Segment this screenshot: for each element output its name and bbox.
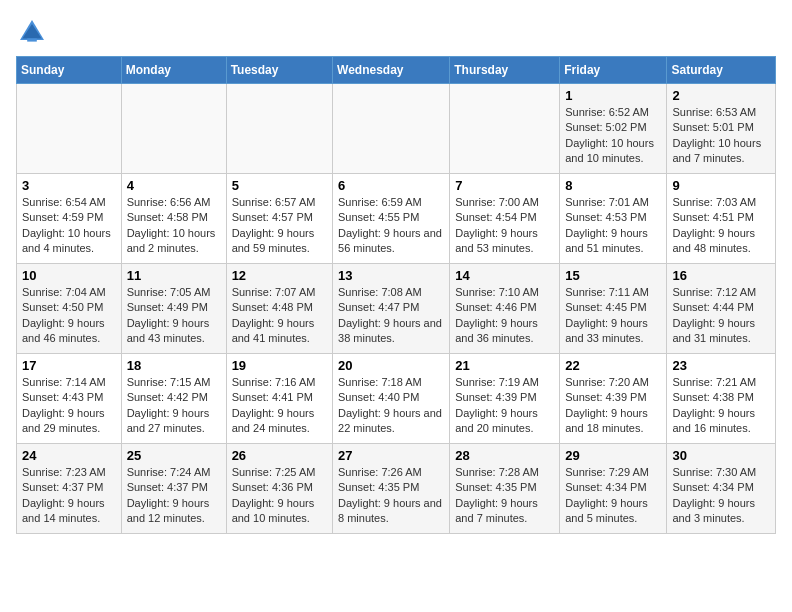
day-info: Sunrise: 7:11 AMSunset: 4:45 PMDaylight:… — [565, 285, 661, 347]
day-number: 14 — [455, 268, 554, 283]
day-info: Sunrise: 7:26 AMSunset: 4:35 PMDaylight:… — [338, 465, 444, 527]
day-info: Sunrise: 6:52 AMSunset: 5:02 PMDaylight:… — [565, 105, 661, 167]
calendar-cell: 19Sunrise: 7:16 AMSunset: 4:41 PMDayligh… — [226, 354, 332, 444]
column-header-sunday: Sunday — [17, 57, 122, 84]
calendar-cell — [121, 84, 226, 174]
calendar-cell: 17Sunrise: 7:14 AMSunset: 4:43 PMDayligh… — [17, 354, 122, 444]
day-number: 15 — [565, 268, 661, 283]
calendar-week-3: 10Sunrise: 7:04 AMSunset: 4:50 PMDayligh… — [17, 264, 776, 354]
calendar-week-5: 24Sunrise: 7:23 AMSunset: 4:37 PMDayligh… — [17, 444, 776, 534]
calendar-cell: 5Sunrise: 6:57 AMSunset: 4:57 PMDaylight… — [226, 174, 332, 264]
calendar-cell: 10Sunrise: 7:04 AMSunset: 4:50 PMDayligh… — [17, 264, 122, 354]
day-number: 17 — [22, 358, 116, 373]
day-number: 27 — [338, 448, 444, 463]
day-info: Sunrise: 7:12 AMSunset: 4:44 PMDaylight:… — [672, 285, 770, 347]
calendar-cell: 27Sunrise: 7:26 AMSunset: 4:35 PMDayligh… — [333, 444, 450, 534]
calendar-cell: 4Sunrise: 6:56 AMSunset: 4:58 PMDaylight… — [121, 174, 226, 264]
day-number: 24 — [22, 448, 116, 463]
day-number: 13 — [338, 268, 444, 283]
day-number: 12 — [232, 268, 327, 283]
calendar-cell: 1Sunrise: 6:52 AMSunset: 5:02 PMDaylight… — [560, 84, 667, 174]
column-header-monday: Monday — [121, 57, 226, 84]
calendar-cell: 6Sunrise: 6:59 AMSunset: 4:55 PMDaylight… — [333, 174, 450, 264]
day-info: Sunrise: 7:05 AMSunset: 4:49 PMDaylight:… — [127, 285, 221, 347]
day-info: Sunrise: 7:16 AMSunset: 4:41 PMDaylight:… — [232, 375, 327, 437]
day-info: Sunrise: 7:29 AMSunset: 4:34 PMDaylight:… — [565, 465, 661, 527]
day-number: 10 — [22, 268, 116, 283]
page-header — [16, 16, 776, 48]
calendar-cell: 16Sunrise: 7:12 AMSunset: 4:44 PMDayligh… — [667, 264, 776, 354]
calendar-cell: 3Sunrise: 6:54 AMSunset: 4:59 PMDaylight… — [17, 174, 122, 264]
day-number: 9 — [672, 178, 770, 193]
calendar-cell: 7Sunrise: 7:00 AMSunset: 4:54 PMDaylight… — [450, 174, 560, 264]
calendar-cell: 13Sunrise: 7:08 AMSunset: 4:47 PMDayligh… — [333, 264, 450, 354]
calendar-week-2: 3Sunrise: 6:54 AMSunset: 4:59 PMDaylight… — [17, 174, 776, 264]
column-header-thursday: Thursday — [450, 57, 560, 84]
calendar-cell: 8Sunrise: 7:01 AMSunset: 4:53 PMDaylight… — [560, 174, 667, 264]
day-number: 5 — [232, 178, 327, 193]
day-number: 2 — [672, 88, 770, 103]
day-number: 16 — [672, 268, 770, 283]
day-info: Sunrise: 7:08 AMSunset: 4:47 PMDaylight:… — [338, 285, 444, 347]
calendar-cell: 9Sunrise: 7:03 AMSunset: 4:51 PMDaylight… — [667, 174, 776, 264]
day-info: Sunrise: 7:00 AMSunset: 4:54 PMDaylight:… — [455, 195, 554, 257]
day-number: 8 — [565, 178, 661, 193]
day-info: Sunrise: 7:01 AMSunset: 4:53 PMDaylight:… — [565, 195, 661, 257]
day-info: Sunrise: 7:23 AMSunset: 4:37 PMDaylight:… — [22, 465, 116, 527]
calendar-cell: 14Sunrise: 7:10 AMSunset: 4:46 PMDayligh… — [450, 264, 560, 354]
calendar-cell: 2Sunrise: 6:53 AMSunset: 5:01 PMDaylight… — [667, 84, 776, 174]
day-info: Sunrise: 7:28 AMSunset: 4:35 PMDaylight:… — [455, 465, 554, 527]
day-info: Sunrise: 7:03 AMSunset: 4:51 PMDaylight:… — [672, 195, 770, 257]
calendar-cell: 11Sunrise: 7:05 AMSunset: 4:49 PMDayligh… — [121, 264, 226, 354]
calendar-week-1: 1Sunrise: 6:52 AMSunset: 5:02 PMDaylight… — [17, 84, 776, 174]
day-number: 26 — [232, 448, 327, 463]
day-info: Sunrise: 7:21 AMSunset: 4:38 PMDaylight:… — [672, 375, 770, 437]
day-number: 7 — [455, 178, 554, 193]
calendar-cell: 26Sunrise: 7:25 AMSunset: 4:36 PMDayligh… — [226, 444, 332, 534]
day-number: 20 — [338, 358, 444, 373]
calendar-cell — [333, 84, 450, 174]
day-number: 30 — [672, 448, 770, 463]
day-number: 21 — [455, 358, 554, 373]
day-number: 28 — [455, 448, 554, 463]
logo — [16, 16, 52, 48]
day-info: Sunrise: 7:14 AMSunset: 4:43 PMDaylight:… — [22, 375, 116, 437]
day-info: Sunrise: 7:30 AMSunset: 4:34 PMDaylight:… — [672, 465, 770, 527]
calendar-cell: 22Sunrise: 7:20 AMSunset: 4:39 PMDayligh… — [560, 354, 667, 444]
calendar-cell: 20Sunrise: 7:18 AMSunset: 4:40 PMDayligh… — [333, 354, 450, 444]
day-number: 11 — [127, 268, 221, 283]
day-number: 22 — [565, 358, 661, 373]
column-header-saturday: Saturday — [667, 57, 776, 84]
calendar-cell: 21Sunrise: 7:19 AMSunset: 4:39 PMDayligh… — [450, 354, 560, 444]
svg-rect-2 — [27, 38, 37, 41]
day-info: Sunrise: 6:57 AMSunset: 4:57 PMDaylight:… — [232, 195, 327, 257]
calendar-cell: 23Sunrise: 7:21 AMSunset: 4:38 PMDayligh… — [667, 354, 776, 444]
calendar-cell: 24Sunrise: 7:23 AMSunset: 4:37 PMDayligh… — [17, 444, 122, 534]
day-number: 6 — [338, 178, 444, 193]
column-header-tuesday: Tuesday — [226, 57, 332, 84]
day-info: Sunrise: 6:53 AMSunset: 5:01 PMDaylight:… — [672, 105, 770, 167]
calendar-cell: 18Sunrise: 7:15 AMSunset: 4:42 PMDayligh… — [121, 354, 226, 444]
calendar-cell: 25Sunrise: 7:24 AMSunset: 4:37 PMDayligh… — [121, 444, 226, 534]
calendar-cell — [17, 84, 122, 174]
calendar-table: SundayMondayTuesdayWednesdayThursdayFrid… — [16, 56, 776, 534]
day-info: Sunrise: 7:10 AMSunset: 4:46 PMDaylight:… — [455, 285, 554, 347]
day-info: Sunrise: 7:20 AMSunset: 4:39 PMDaylight:… — [565, 375, 661, 437]
day-info: Sunrise: 6:59 AMSunset: 4:55 PMDaylight:… — [338, 195, 444, 257]
day-info: Sunrise: 6:56 AMSunset: 4:58 PMDaylight:… — [127, 195, 221, 257]
day-info: Sunrise: 7:25 AMSunset: 4:36 PMDaylight:… — [232, 465, 327, 527]
calendar-cell: 15Sunrise: 7:11 AMSunset: 4:45 PMDayligh… — [560, 264, 667, 354]
day-info: Sunrise: 7:24 AMSunset: 4:37 PMDaylight:… — [127, 465, 221, 527]
calendar-cell — [226, 84, 332, 174]
calendar-cell: 28Sunrise: 7:28 AMSunset: 4:35 PMDayligh… — [450, 444, 560, 534]
column-header-friday: Friday — [560, 57, 667, 84]
day-number: 18 — [127, 358, 221, 373]
column-header-wednesday: Wednesday — [333, 57, 450, 84]
day-info: Sunrise: 7:04 AMSunset: 4:50 PMDaylight:… — [22, 285, 116, 347]
day-number: 19 — [232, 358, 327, 373]
day-info: Sunrise: 7:19 AMSunset: 4:39 PMDaylight:… — [455, 375, 554, 437]
day-info: Sunrise: 7:07 AMSunset: 4:48 PMDaylight:… — [232, 285, 327, 347]
day-number: 25 — [127, 448, 221, 463]
day-number: 4 — [127, 178, 221, 193]
day-info: Sunrise: 7:18 AMSunset: 4:40 PMDaylight:… — [338, 375, 444, 437]
